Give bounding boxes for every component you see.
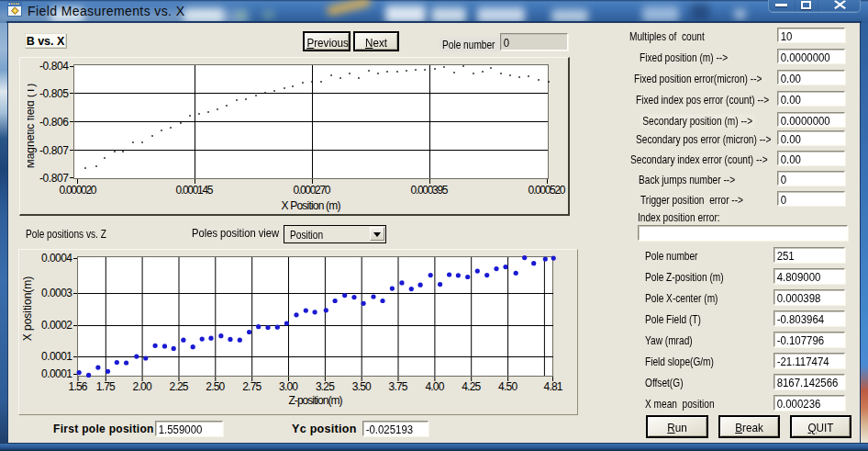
- svg-text:0.000395: 0.000395: [411, 184, 449, 197]
- svg-text:4.00: 4.00: [425, 380, 444, 393]
- svg-text:4.81: 4.81: [544, 380, 563, 393]
- svg-text:2.00: 2.00: [133, 380, 152, 393]
- svg-text:X Position (m): X Position (m): [282, 199, 341, 212]
- svg-text:0.0004: 0.0004: [41, 252, 72, 265]
- svg-text:0.000020: 0.000020: [60, 184, 97, 197]
- svg-text:0.000270: 0.000270: [294, 184, 331, 197]
- svg-text:0.0001: 0.0001: [41, 367, 72, 380]
- svg-text:3.50: 3.50: [352, 380, 372, 393]
- svg-text:2.25: 2.25: [170, 380, 189, 393]
- svg-text:Magnetic field (T): Magnetic field (T): [28, 84, 37, 169]
- svg-text:4.50: 4.50: [498, 380, 517, 393]
- svg-text:Z-position(m): Z-position(m): [289, 394, 343, 407]
- svg-text:4.25: 4.25: [462, 380, 481, 393]
- svg-text:1.75: 1.75: [96, 380, 116, 393]
- svg-text:0.0002: 0.0002: [41, 319, 72, 332]
- svg-text:0.000520: 0.000520: [529, 184, 566, 197]
- svg-text:2.50: 2.50: [206, 380, 225, 393]
- svg-text:3.25: 3.25: [316, 380, 335, 393]
- svg-text:-0.807: -0.807: [39, 144, 69, 157]
- svg-text:-0.805: -0.805: [39, 87, 69, 100]
- svg-text:0.000145: 0.000145: [176, 184, 214, 197]
- svg-text:-0.804: -0.804: [39, 60, 69, 73]
- svg-text:-0.807: -0.807: [39, 172, 69, 185]
- svg-text:-0.806: -0.806: [39, 116, 69, 129]
- svg-text:1.56: 1.56: [69, 380, 88, 393]
- svg-text:0.0003: 0.0003: [41, 287, 72, 299]
- svg-text:3.00: 3.00: [279, 380, 298, 393]
- svg-text:0.0001: 0.0001: [41, 350, 72, 363]
- svg-text:X position(m): X position(m): [23, 276, 34, 342]
- svg-text:3.75: 3.75: [389, 380, 408, 393]
- svg-text:2.75: 2.75: [242, 380, 262, 393]
